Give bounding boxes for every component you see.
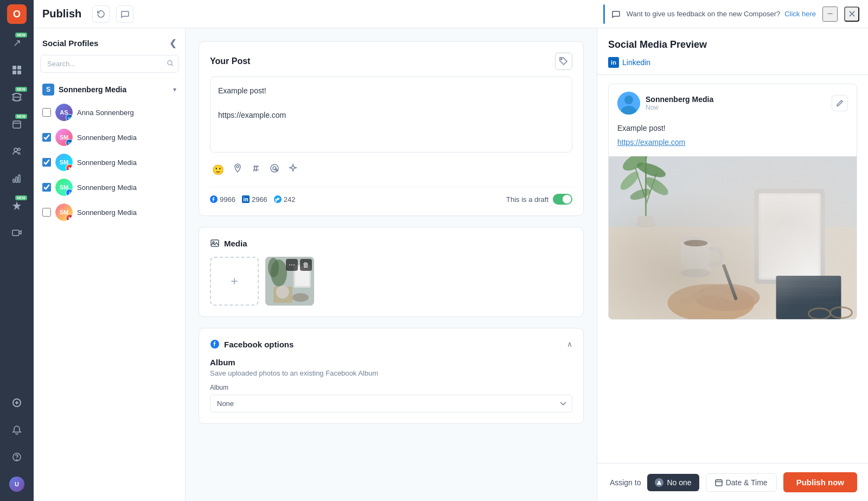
social-profiles-panel: Social Profiles ❮ S Sonnenberg Media ▾ (34, 28, 186, 501)
new-badge-4: NEW (15, 195, 27, 200)
desk-photo-svg (609, 156, 857, 319)
hashtag-button[interactable] (249, 161, 263, 178)
list-item: SM in Sonnenberg Media (40, 125, 178, 150)
nav-item-video[interactable] (4, 220, 29, 245)
svg-point-29 (268, 258, 279, 277)
preview-body: Sonnenberg Media Now Example post! ht (597, 75, 868, 463)
svg-point-7 (18, 148, 20, 150)
feedback-text: Want to give us feedback on the new Comp… (627, 10, 781, 18)
options-header: Facebook options ∧ (210, 339, 572, 349)
char-counts: 9966 2966 242 (210, 195, 296, 204)
nav-sidebar: O ↗ NEW NEW NEW N (0, 0, 34, 501)
preview-post-author-info: Sonnenberg Media Now (646, 95, 713, 111)
media-header: Media (210, 238, 572, 248)
profile-checkbox-1[interactable] (42, 133, 51, 142)
nav-item-add[interactable] (4, 390, 29, 415)
list-item: SM f Sonnenberg Media (40, 175, 178, 200)
thumb-delete-button[interactable]: 🗑 (300, 259, 312, 271)
comment-button[interactable] (116, 5, 133, 23)
feedback-link[interactable]: Click here (784, 10, 816, 18)
svg-point-31 (276, 286, 289, 299)
emoji-button[interactable]: 🙂 (210, 162, 226, 178)
nav-item-new2[interactable]: NEW (4, 85, 29, 110)
preview-edit-button[interactable] (832, 95, 848, 111)
main-area: Publish Want to give us feedback on the … (34, 0, 868, 501)
album-select[interactable]: None (210, 395, 572, 413)
ai-button[interactable] (286, 161, 300, 178)
chevron-up-icon[interactable]: ∧ (567, 340, 572, 348)
new-badge-2: NEW (15, 87, 27, 92)
nav-item-bell[interactable] (4, 417, 29, 442)
svg-rect-38 (609, 221, 857, 319)
preview-post-image (609, 156, 857, 319)
panel-collapse-button[interactable]: ❮ (169, 38, 176, 48)
mention-button[interactable] (267, 161, 282, 178)
album-section: Album Save uploaded photos to an existin… (210, 358, 572, 413)
post-card-title: Your Post (210, 56, 250, 66)
mention-icon (270, 163, 279, 173)
group-icon: S (42, 84, 54, 96)
media-card: Media + (199, 227, 584, 317)
edit-icon (836, 99, 844, 107)
preview-post-link[interactable]: https://example.com (617, 136, 848, 148)
profile-checkbox-3[interactable] (42, 183, 51, 192)
editor-area: Your Post Example post! https://example.… (186, 28, 597, 501)
preview-avatar (617, 92, 640, 115)
svg-rect-49 (638, 216, 654, 226)
people-icon (12, 147, 22, 156)
tag-button[interactable] (555, 53, 572, 70)
bell-icon (12, 425, 22, 435)
date-time-button[interactable]: Date & Time (706, 473, 777, 492)
nav-item-chart[interactable] (4, 166, 29, 191)
twitter-count: 242 (274, 195, 296, 204)
svg-rect-73 (716, 480, 722, 486)
svg-rect-8 (13, 179, 15, 182)
post-toolbar: 🙂 (210, 159, 572, 180)
nav-item-grid[interactable] (4, 58, 29, 83)
minimize-button[interactable]: − (822, 7, 838, 22)
nav-item-people[interactable] (4, 139, 29, 164)
profile-group-header[interactable]: S Sonnenberg Media ▾ (40, 79, 178, 100)
comment-icon (120, 10, 129, 18)
social-panel-header: Social Profiles ❮ (34, 28, 185, 55)
post-textarea[interactable]: Example post! https://example.com (210, 77, 572, 153)
nav-item-sparkle[interactable]: NEW (4, 193, 29, 218)
blue-accent-bar (603, 4, 605, 24)
publish-now-button[interactable]: Publish now (783, 472, 857, 492)
profile-checkbox-2[interactable] (42, 158, 51, 167)
profile-checkbox-0[interactable] (42, 108, 51, 117)
location-button[interactable] (231, 161, 245, 178)
svg-point-60 (691, 290, 705, 299)
app-logo[interactable]: O (7, 4, 27, 24)
thumb-options-button[interactable]: ⋯ (286, 259, 298, 271)
svg-point-59 (679, 295, 693, 305)
preview-post-card: Sonnenberg Media Now Example post! ht (608, 84, 857, 320)
profile-name-4: Sonnenberg Media (77, 208, 137, 217)
list-item: SM ● Sonnenberg Media (40, 150, 178, 175)
media-thumb-overlay: ⋯ 🗑 (286, 259, 312, 271)
calendar-small-icon (715, 479, 723, 486)
location-icon (233, 163, 242, 173)
nav-item-new1[interactable]: ↗ NEW (4, 30, 29, 55)
svg-point-45 (618, 169, 642, 193)
media-icon (210, 238, 220, 248)
history-button[interactable] (92, 5, 110, 23)
linkedin-count-value: 2966 (252, 195, 267, 204)
svg-point-44 (635, 160, 667, 180)
nav-item-profile[interactable]: U (4, 472, 29, 497)
draft-toggle-switch[interactable] (553, 194, 572, 205)
svg-point-35 (624, 96, 633, 104)
assign-button[interactable]: No one (647, 474, 699, 491)
help-icon (12, 452, 22, 462)
profile-checkbox-4[interactable] (42, 208, 51, 217)
media-add-button[interactable]: + (210, 257, 259, 306)
svg-point-62 (712, 290, 726, 298)
search-input[interactable] (40, 55, 178, 73)
nav-item-help[interactable] (4, 445, 29, 470)
svg-rect-39 (609, 156, 857, 227)
close-button[interactable]: ✕ (844, 7, 859, 22)
date-time-label: Date & Time (726, 478, 768, 487)
nav-item-calendar[interactable]: NEW (4, 112, 29, 137)
svg-point-47 (629, 186, 652, 202)
album-description: Save uploaded photos to an existing Face… (210, 369, 572, 377)
